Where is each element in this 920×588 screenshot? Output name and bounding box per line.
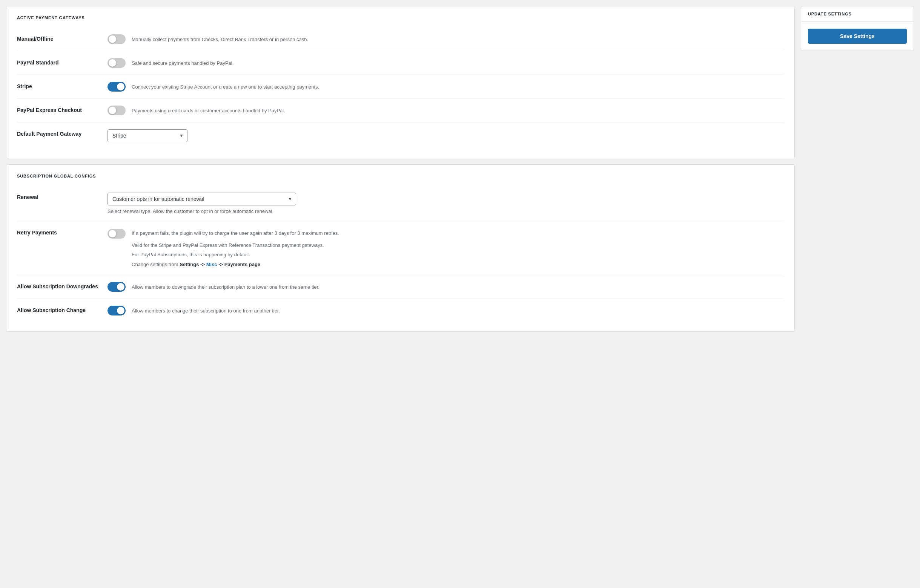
update-settings-body: Save Settings (801, 22, 914, 50)
renewal-select[interactable]: Customer opts in for automatic renewal F… (107, 192, 296, 205)
gateway-row-manual: Manual/Offline Manually collect payments… (17, 27, 784, 51)
toggle-track-manual (107, 34, 126, 44)
renewal-row: Renewal Customer opts in for automatic r… (17, 186, 784, 221)
toggle-thumb-stripe (117, 83, 125, 90)
renewal-help-text: Select renewal type. Allow the customer … (107, 208, 784, 214)
gateway-desc-paypal-standard: Safe and secure payments handled by PayP… (132, 58, 233, 67)
toggle-track-change (107, 306, 126, 315)
retry-desc-4-prefix: Change settings from (132, 262, 180, 267)
gateway-control-manual: Manually collect payments from Checks, D… (107, 34, 784, 44)
allow-downgrades-control: Allow members to downgrade their subscri… (107, 282, 784, 292)
gateway-control-stripe: Connect your existing Stripe Account or … (107, 82, 784, 92)
main-content: ACTIVE PAYMENT GATEWAYS Manual/Offline M… (6, 6, 795, 332)
misc-link[interactable]: Misc (206, 262, 217, 267)
gateway-row-stripe: Stripe Connect your existing Stripe Acco… (17, 75, 784, 99)
gateway-desc-manual: Manually collect payments from Checks, D… (132, 34, 308, 44)
retry-payments-label: Retry Payments (17, 228, 107, 236)
toggle-allow-downgrades[interactable] (107, 282, 126, 292)
retry-desc-4-suffix: . (260, 262, 262, 267)
toggle-track-stripe (107, 82, 126, 92)
toggle-paypal-standard[interactable] (107, 58, 126, 68)
allow-change-control: Allow members to change their subscripti… (107, 306, 784, 315)
renewal-control-area: Customer opts in for automatic renewal F… (107, 192, 784, 214)
gateway-desc-paypal-express: Payments using credit cards or customer … (132, 105, 285, 115)
subscription-configs-title: SUBSCRIPTION GLOBAL CONFIGS (17, 174, 784, 178)
gateway-row-paypal-express: PayPal Express Checkout Payments using c… (17, 99, 784, 123)
toggle-thumb-manual (109, 36, 116, 43)
allow-change-desc: Allow members to change their subscripti… (132, 306, 280, 315)
page-layout: ACTIVE PAYMENT GATEWAYS Manual/Offline M… (6, 6, 914, 332)
renewal-label: Renewal (17, 192, 107, 200)
retry-desc-1: If a payment fails, the plugin will try … (132, 228, 339, 237)
allow-downgrades-row: Allow Subscription Downgrades Allow memb… (17, 275, 784, 299)
toggle-track-downgrades (107, 282, 126, 292)
allow-downgrades-desc: Allow members to downgrade their subscri… (132, 282, 319, 291)
toggle-stripe[interactable] (107, 82, 126, 92)
toggle-thumb-change (117, 307, 125, 314)
allow-change-row: Allow Subscription Change Allow members … (17, 299, 784, 322)
toggle-retry-payments[interactable] (107, 229, 126, 239)
toggle-track-paypal-express (107, 105, 126, 115)
gateway-control-paypal-express: Payments using credit cards or customer … (107, 105, 784, 115)
renewal-select-wrapper: Customer opts in for automatic renewal F… (107, 192, 296, 205)
save-settings-button[interactable]: Save Settings (808, 29, 907, 44)
toggle-track-retry (107, 229, 126, 239)
active-gateways-title: ACTIVE PAYMENT GATEWAYS (17, 15, 784, 20)
update-settings-card: UPDATE SETTINGS Save Settings (801, 6, 914, 51)
gateway-label-manual: Manual/Offline (17, 34, 107, 42)
retry-desc-payments-bold: -> Payments page (219, 262, 260, 267)
default-gateway-row: Default Payment Gateway Stripe Manual/Of… (17, 123, 784, 149)
default-gateway-select[interactable]: Stripe Manual/Offline PayPal Standard Pa… (107, 129, 188, 142)
retry-desc-settings-bold: Settings -> (180, 262, 205, 267)
retry-payments-description: If a payment fails, the plugin will try … (132, 228, 339, 268)
toggle-manual-offline[interactable] (107, 34, 126, 44)
retry-payments-row: Retry Payments If a payment fails, the p… (17, 221, 784, 275)
gateway-label-stripe: Stripe (17, 82, 107, 89)
allow-change-label: Allow Subscription Change (17, 306, 107, 313)
toggle-paypal-express[interactable] (107, 105, 126, 115)
gateway-label-paypal-standard: PayPal Standard (17, 58, 107, 66)
update-settings-title: UPDATE SETTINGS (808, 12, 907, 16)
toggle-allow-change[interactable] (107, 306, 126, 315)
toggle-thumb-retry (109, 230, 116, 237)
toggle-thumb-paypal-express (109, 107, 116, 114)
default-gateway-select-wrapper: Stripe Manual/Offline PayPal Standard Pa… (107, 129, 188, 142)
default-gateway-control: Stripe Manual/Offline PayPal Standard Pa… (107, 129, 784, 142)
allow-downgrades-label: Allow Subscription Downgrades (17, 282, 107, 289)
default-gateway-label: Default Payment Gateway (17, 129, 107, 137)
retry-payments-control: If a payment fails, the plugin will try … (107, 228, 784, 268)
retry-desc-2: Valid for the Stripe and PayPal Express … (132, 240, 339, 268)
gateway-label-paypal-express: PayPal Express Checkout (17, 105, 107, 113)
gateway-control-paypal-standard: Safe and secure payments handled by PayP… (107, 58, 784, 68)
gateway-row-paypal-standard: PayPal Standard Safe and secure payments… (17, 51, 784, 75)
toggle-track-paypal-standard (107, 58, 126, 68)
gateway-desc-stripe: Connect your existing Stripe Account or … (132, 82, 319, 91)
toggle-thumb-paypal-standard (109, 59, 116, 67)
sidebar-panel: UPDATE SETTINGS Save Settings (801, 6, 914, 51)
update-settings-header: UPDATE SETTINGS (801, 6, 914, 22)
toggle-thumb-downgrades (117, 283, 125, 291)
subscription-configs-card: SUBSCRIPTION GLOBAL CONFIGS Renewal Cust… (6, 164, 795, 332)
active-gateways-card: ACTIVE PAYMENT GATEWAYS Manual/Offline M… (6, 6, 795, 158)
